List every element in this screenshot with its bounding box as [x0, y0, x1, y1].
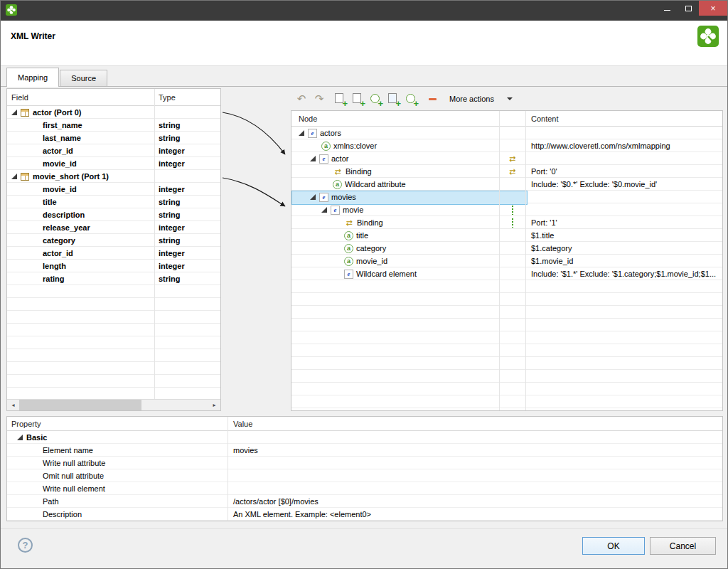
property-name-cell: Path: [7, 495, 228, 507]
add-child-element-icon[interactable]: [333, 90, 348, 107]
help-icon[interactable]: ?: [18, 538, 33, 553]
field-row[interactable]: lengthinteger: [7, 260, 220, 272]
element-icon: e: [308, 129, 317, 138]
tree-row[interactable]: atitle$1.title: [291, 229, 722, 242]
property-row[interactable]: Omit null attribute: [7, 469, 722, 482]
horizontal-scrollbar[interactable]: ◂ ▸: [7, 399, 220, 410]
content-column-header[interactable]: Content: [525, 111, 559, 127]
column-divider[interactable]: [154, 89, 155, 399]
property-row[interactable]: DescriptionAn XML element. Example: <ele…: [7, 508, 722, 521]
expand-triangle-icon[interactable]: [310, 194, 316, 200]
tree-row[interactable]: emovies: [291, 191, 722, 203]
content-text: $1.movie_id: [531, 257, 573, 265]
field-type-cell: integer: [154, 144, 220, 157]
tab-source[interactable]: Source: [60, 70, 107, 86]
column-divider[interactable]: [525, 111, 526, 410]
undo-icon[interactable]: [294, 90, 309, 107]
remove-node-icon[interactable]: [424, 90, 440, 107]
mapping-arrows: [213, 87, 295, 414]
element-icon: e: [319, 154, 328, 164]
content-cell: Include: '$0.*' Exclude: '$0.movie_id': [525, 178, 722, 191]
tree-row[interactable]: eWildcard elementInclude: '$1.*' Exclude…: [291, 267, 722, 280]
type-column-header[interactable]: Type: [154, 89, 176, 106]
tree-row[interactable]: aWildcard attributeInclude: '$0.*' Exclu…: [291, 178, 722, 191]
tree-row[interactable]: eactor⇄: [291, 152, 722, 165]
close-button[interactable]: ×: [699, 1, 727, 16]
field-row[interactable]: actor_idinteger: [7, 144, 220, 157]
property-column-header[interactable]: Property: [7, 417, 41, 431]
field-row[interactable]: last_namestring: [7, 132, 220, 144]
tree-row[interactable]: axmlns:cloverhttp://www.cloveretl.com/ns…: [291, 139, 722, 152]
column-divider[interactable]: [228, 417, 228, 521]
expand-triangle-icon[interactable]: [299, 130, 304, 136]
binding-indicator-cell: [499, 267, 525, 280]
expand-triangle-icon[interactable]: [310, 156, 316, 161]
minimize-button[interactable]: [656, 1, 678, 16]
field-row[interactable]: release_yearinteger: [7, 221, 220, 234]
property-value-cell: [228, 457, 722, 469]
scrollbar-thumb[interactable]: [19, 400, 141, 410]
binding-indicator-cell: [499, 139, 525, 152]
field-name: movie_short (Port 1): [33, 172, 109, 181]
property-name: Path: [43, 497, 59, 506]
dialog-header: XML Writer: [1, 21, 727, 66]
field-type-cell: [154, 106, 220, 119]
maximize-button[interactable]: [678, 1, 699, 16]
field-port-row[interactable]: actor (Port 0): [7, 106, 220, 119]
mapping-toolbar: More actions: [294, 89, 513, 109]
field-type-cell: integer: [154, 183, 220, 196]
field-row[interactable]: movie_idinteger: [7, 183, 220, 196]
element-icon: e: [319, 193, 328, 202]
field-row[interactable]: descriptionstring: [7, 208, 220, 221]
expand-triangle-icon[interactable]: [321, 207, 327, 213]
arrow-movie-mapping: [223, 178, 285, 206]
field-row[interactable]: categorystring: [7, 234, 220, 247]
add-wildcard-attribute-icon[interactable]: [404, 90, 419, 107]
ok-button[interactable]: OK: [582, 537, 645, 555]
scroll-right-icon[interactable]: ▸: [208, 400, 220, 410]
tab-mapping[interactable]: Mapping: [6, 68, 59, 87]
content-text: $1.category: [531, 244, 572, 252]
field-row[interactable]: ratingstring: [7, 272, 220, 285]
content-cell: $1.category: [525, 242, 722, 255]
field-row[interactable]: titlestring: [7, 196, 220, 208]
scroll-left-icon[interactable]: ◂: [7, 400, 19, 410]
tree-row[interactable]: eactors: [291, 127, 722, 139]
field-port-row[interactable]: movie_short (Port 1): [7, 170, 220, 183]
field-name: actor_id: [43, 249, 73, 257]
add-wildcard-element-icon[interactable]: [386, 90, 402, 107]
property-row[interactable]: Basic: [7, 431, 722, 444]
field-row[interactable]: actor_idinteger: [7, 247, 220, 260]
column-divider[interactable]: [499, 111, 500, 410]
port-record-icon: [21, 109, 29, 117]
property-row[interactable]: Write null attribute: [7, 457, 722, 469]
more-actions-button[interactable]: More actions: [449, 95, 513, 103]
expand-triangle-icon[interactable]: [11, 174, 17, 179]
content-cell: [525, 203, 722, 216]
property-row[interactable]: Write null element: [7, 482, 722, 495]
tree-row[interactable]: amovie_id$1.movie_id: [291, 255, 722, 267]
tree-row[interactable]: ⇄BindingPort: '1': [291, 216, 722, 229]
value-column-header[interactable]: Value: [228, 417, 252, 431]
add-attribute-icon[interactable]: [368, 90, 384, 107]
titlebar[interactable]: ×: [1, 1, 727, 21]
tree-row[interactable]: acategory$1.category: [291, 242, 722, 255]
field-row[interactable]: movie_idinteger: [7, 157, 220, 170]
field-row[interactable]: first_namestring: [7, 119, 220, 132]
property-row[interactable]: Element namemovies: [7, 444, 722, 457]
expand-triangle-icon[interactable]: [17, 435, 23, 440]
field-type: string: [159, 134, 181, 142]
node-column-header[interactable]: Node: [291, 111, 317, 127]
field-name: rating: [43, 275, 65, 283]
property-row[interactable]: Path/actors/actor [$0]/movies: [7, 495, 722, 508]
expand-triangle-icon[interactable]: [11, 110, 17, 115]
content-text: Port: '0': [531, 167, 557, 176]
content-cell: Include: '$1.*' Exclude: '$1.category;$1…: [525, 267, 722, 280]
cancel-button[interactable]: Cancel: [650, 537, 716, 555]
tree-row[interactable]: ⇄Binding⇄Port: '0': [291, 165, 722, 178]
add-element-icon[interactable]: [350, 90, 366, 107]
field-column-header[interactable]: Field: [7, 89, 28, 106]
redo-icon[interactable]: [311, 90, 327, 107]
tree-row[interactable]: emovie: [291, 203, 722, 216]
node-cell: ⇄Binding: [291, 165, 499, 178]
